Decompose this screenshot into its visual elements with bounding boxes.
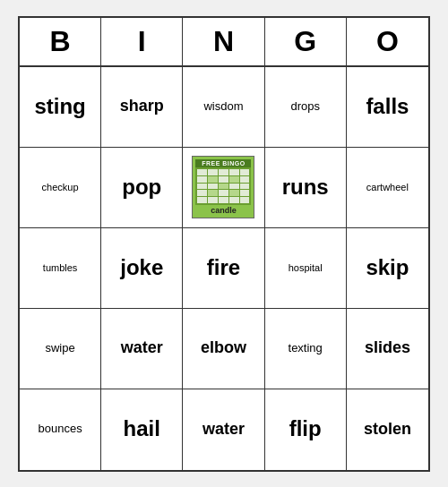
free-space-title: FREE BINGO xyxy=(195,159,251,167)
cell-0[interactable]: sting xyxy=(20,67,101,148)
cell-14[interactable]: skip xyxy=(347,228,428,309)
cell-1[interactable]: sharp xyxy=(101,67,183,148)
header-b: B xyxy=(20,18,101,65)
cell-15[interactable]: swipe xyxy=(20,309,101,389)
cell-6[interactable]: pop xyxy=(101,148,183,228)
cell-23[interactable]: flip xyxy=(265,389,347,470)
header-o: O xyxy=(347,18,428,65)
bingo-grid: sting sharp wisdom drops falls checkup p… xyxy=(20,67,428,470)
cell-10[interactable]: tumbles xyxy=(20,228,101,309)
cell-12[interactable]: fire xyxy=(183,228,264,309)
cell-18[interactable]: texting xyxy=(265,309,347,389)
header-i: I xyxy=(101,18,183,65)
candle-label: candle xyxy=(211,206,237,215)
cell-17[interactable]: elbow xyxy=(183,309,264,389)
cell-free[interactable]: FREE BINGO candle xyxy=(183,148,264,228)
free-space-grid xyxy=(195,167,251,205)
cell-3[interactable]: drops xyxy=(265,67,347,148)
cell-16[interactable]: water xyxy=(101,309,183,389)
cell-11[interactable]: joke xyxy=(101,228,183,309)
cell-5[interactable]: checkup xyxy=(20,148,101,228)
cell-20[interactable]: bounces xyxy=(20,389,101,470)
free-space-image: FREE BINGO candle xyxy=(192,156,254,218)
bingo-card: B I N G O sting sharp wisdom drops falls… xyxy=(18,16,430,472)
bingo-header: B I N G O xyxy=(20,18,428,67)
cell-9[interactable]: cartwheel xyxy=(347,148,428,228)
cell-24[interactable]: stolen xyxy=(347,389,428,470)
cell-8[interactable]: runs xyxy=(265,148,347,228)
cell-21[interactable]: hail xyxy=(101,389,183,470)
cell-13[interactable]: hospital xyxy=(265,228,347,309)
cell-22[interactable]: water xyxy=(183,389,264,470)
cell-4[interactable]: falls xyxy=(347,67,428,148)
header-n: N xyxy=(183,18,264,65)
header-g: G xyxy=(265,18,347,65)
cell-2[interactable]: wisdom xyxy=(183,67,264,148)
cell-19[interactable]: slides xyxy=(347,309,428,389)
